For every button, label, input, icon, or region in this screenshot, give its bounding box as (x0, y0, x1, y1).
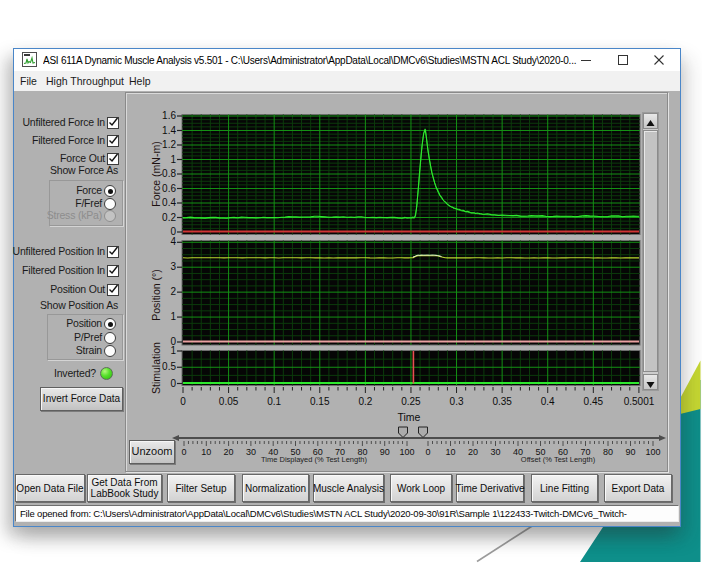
scroll-up-icon (646, 119, 655, 128)
scrollbar-down-button[interactable] (643, 374, 658, 390)
radio-stress-kpa[interactable] (104, 210, 116, 222)
gray-diagonal-line (477, 526, 533, 562)
force-axis-title: Force (mN-m) (150, 124, 162, 224)
stimulation-y-tick-marks (177, 351, 182, 384)
checkbox-label-filtered-position-in: Filtered Position In (22, 264, 105, 277)
time-x-tick-label: 0.25 (389, 397, 433, 407)
radio-label-strain: Strain (76, 344, 102, 357)
normalization-button[interactable]: Normalization (242, 474, 309, 502)
work-loop-button[interactable]: Work Loop (390, 474, 452, 502)
time-x-tick-label: 0.05 (207, 397, 251, 407)
checkbox-unfiltered-position-in[interactable] (107, 246, 119, 258)
check-icon (107, 244, 120, 257)
radio-label-stress-kpa: Stress (kPa) (47, 209, 102, 222)
radio-ppref[interactable] (104, 332, 116, 344)
filter-setup-button[interactable]: Filter Setup (167, 474, 235, 502)
export-data-button[interactable]: Export Data (604, 474, 672, 502)
radio-dot-icon (108, 189, 113, 194)
checkbox-unfiltered-force-in[interactable] (107, 117, 119, 129)
maximize-icon (618, 55, 628, 65)
radio-label-ppref: P/Pref (74, 331, 102, 344)
line-fitting-button[interactable]: Line Fitting (531, 474, 598, 502)
time-x-tick-label: 0.1 (252, 397, 296, 407)
screenshot-stage: ASI 611A Dynamic Muscle Analysis v5.501 … (0, 0, 702, 573)
stimulation-axis-title: Stimulation (150, 336, 162, 400)
time-axis-tick-marks (183, 387, 639, 393)
open-data-file-button[interactable]: Open Data File (15, 474, 85, 502)
time-x-tick-label: 0.4 (526, 397, 570, 407)
status-text: File opened from: C:\Users\Administrator… (20, 506, 627, 521)
scrollbar-thumb[interactable] (643, 130, 658, 372)
time-x-tick-label: 0.3 (435, 397, 479, 407)
menu-item-file[interactable]: File (15, 71, 42, 91)
scrollbar-up-button[interactable] (643, 113, 658, 129)
time-x-tick-label: 0.5001 (617, 397, 661, 407)
menu-bar: File High Throughput Help (14, 71, 680, 91)
check-icon (107, 263, 120, 276)
time-x-tick-label: 0 (161, 397, 205, 407)
checkbox-label-position-out: Position Out (50, 283, 105, 296)
show-force-as-label: Show Force As (50, 164, 118, 177)
radio-label-force: Force (76, 184, 102, 197)
slider-tick-label: 100 (641, 448, 665, 457)
checkbox-position-out[interactable] (107, 284, 119, 296)
checkbox-label-unfiltered-position-in: Unfiltered Position In (13, 245, 105, 258)
time-x-tick-label: 0.2 (343, 397, 387, 407)
unzoom-button[interactable]: Unzoom (129, 440, 175, 464)
invert-force-data-button[interactable]: Invert Force Data (40, 387, 123, 411)
app-icon (22, 52, 37, 67)
checkbox-label-filtered-force-in: Filtered Force In (32, 134, 105, 147)
muscle-analysis-button[interactable]: Muscle Analysis (313, 474, 384, 502)
inverted-label: Inverted? (54, 367, 96, 380)
check-icon (107, 115, 120, 128)
check-icon (107, 282, 120, 295)
position-axis-title: Position (°) (150, 257, 162, 333)
time-axis-title: Time (379, 411, 439, 423)
position-y-tick-marks (177, 242, 182, 342)
app-window: ASI 611A Dynamic Muscle Analysis v5.501 … (13, 48, 681, 527)
checkbox-label-unfiltered-force-in: Unfiltered Force In (22, 116, 105, 129)
radio-position[interactable] (104, 318, 116, 330)
maximize-button[interactable] (608, 49, 638, 71)
time-derivative-button[interactable]: Time Derivative (456, 474, 524, 502)
radio-label-ffref: F/Fref (75, 197, 102, 210)
get-data-from-labbook-study-button[interactable]: Get Data FromLabBook Study (87, 474, 162, 502)
radio-ffref[interactable] (104, 198, 116, 210)
minimize-button[interactable] (571, 49, 601, 71)
graph-panel: 1.61.41.210.80.60.40.204321010.50 00.050… (125, 92, 668, 472)
radio-label-position: Position (66, 317, 102, 330)
time-x-tick-label: 0.35 (480, 397, 524, 407)
get-data-line1: Get Data From (91, 477, 159, 489)
force-y-tick-label: 1.6 (136, 111, 176, 121)
check-icon (107, 133, 120, 146)
slider-tick-label: 10 (439, 448, 463, 457)
force-y-tick-marks (177, 116, 182, 232)
scroll-down-icon (646, 380, 655, 389)
menu-item-help[interactable]: Help (124, 71, 156, 91)
slider-tick-label: 10 (194, 448, 218, 457)
app-icon-image (22, 52, 37, 67)
radio-dot-icon (108, 322, 113, 327)
minimize-icon (581, 55, 591, 65)
close-button[interactable] (644, 49, 674, 71)
time-x-tick-label: 0.15 (298, 397, 342, 407)
slider-tick-label: 0 (172, 448, 196, 457)
offset-scale-title: Offset (% Test Length) (478, 456, 638, 464)
plot-scrollbar (642, 112, 659, 391)
checkbox-filtered-force-in[interactable] (107, 135, 119, 147)
time-x-tick-label: 0.45 (571, 397, 615, 407)
title-bar: ASI 611A Dynamic Muscle Analysis v5.501 … (14, 49, 680, 71)
inverted-led-indicator (100, 367, 113, 380)
checkbox-filtered-position-in[interactable] (107, 265, 119, 277)
show-position-as-label: Show Position As (40, 299, 118, 312)
close-icon (654, 55, 664, 65)
check-icon (107, 151, 120, 164)
get-data-line2: LabBook Study (91, 488, 159, 500)
menu-item-high-throughput[interactable]: High Throughput (41, 71, 129, 91)
time-displayed-scale-title: Time Displayed (% Test Length) (234, 456, 394, 464)
radio-force[interactable] (104, 185, 116, 197)
slider-tick-label: 0 (416, 448, 440, 457)
status-bar: File opened from: C:\Users\Administrator… (15, 505, 679, 522)
radio-strain[interactable] (104, 345, 116, 357)
window-title: ASI 611A Dynamic Muscle Analysis v5.501 … (43, 49, 577, 71)
